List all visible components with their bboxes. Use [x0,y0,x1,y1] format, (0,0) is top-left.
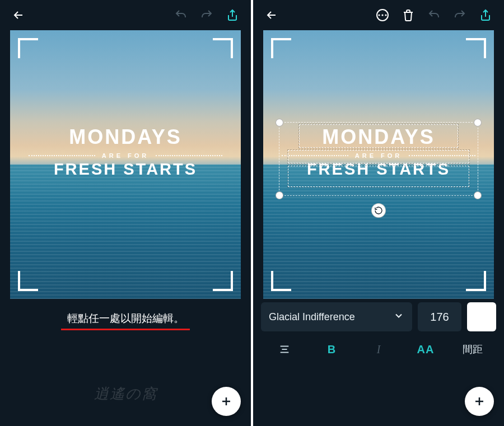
resize-handle[interactable] [276,191,283,199]
poster-line2: FRESH STARTS [29,160,222,179]
more-button[interactable] [372,4,393,26]
font-size-input[interactable]: 176 [418,302,461,331]
back-button[interactable] [261,4,282,26]
hint-text: 輕點任一處以開始編輯。 [67,311,184,326]
delete-button[interactable] [398,4,419,26]
undo-button[interactable] [170,4,192,26]
rotate-handle[interactable] [371,203,386,218]
add-button[interactable] [212,387,241,416]
redo-button[interactable] [449,4,470,26]
share-button[interactable] [475,4,496,26]
share-button[interactable] [222,4,243,26]
font-family-selector[interactable]: Glacial Indifference [261,302,412,331]
undo-button[interactable] [423,4,445,26]
resize-handle[interactable] [474,119,482,127]
canvas-area[interactable]: MONDAYS ARE FOR FRESH STARTS [253,30,504,302]
add-button[interactable] [465,387,494,416]
top-bar [253,0,504,30]
text-selection-inner [299,124,458,148]
resize-handle[interactable] [474,191,482,199]
text-selection-inner [288,166,469,187]
canvas-area[interactable]: MONDAYS ARE FOR FRESH STARTS [0,30,251,302]
font-size-value: 176 [430,311,449,324]
annotation-underline [61,329,190,330]
redo-button[interactable] [196,4,217,26]
svg-point-1 [381,14,383,16]
resize-handle[interactable] [276,119,283,127]
italic-button[interactable]: I [355,336,402,363]
editor-screen-initial: MONDAYS ARE FOR FRESH STARTS 輕點任一處以開始編輯。… [0,0,251,426]
font-name-label: Glacial Indifference [269,311,355,323]
top-bar [0,0,251,30]
bold-button[interactable]: B [308,336,355,363]
text-selection-inner [288,150,469,163]
poster-canvas[interactable]: MONDAYS ARE FOR FRESH STARTS [263,30,494,299]
svg-point-0 [378,14,380,16]
chevron-down-icon [393,310,404,324]
text-color-swatch[interactable] [467,302,496,331]
text-format-panel: Glacial Indifference 176 B I AA [253,302,504,367]
spacing-button[interactable]: 間距 [449,336,496,363]
start-editing-hint: 輕點任一處以開始編輯。 [0,302,251,335]
align-button[interactable] [261,336,308,363]
back-button[interactable] [8,4,29,26]
poster-text-block[interactable]: MONDAYS ARE FOR FRESH STARTS [29,125,222,179]
poster-subhead: ARE FOR [102,152,150,159]
svg-point-2 [385,14,386,16]
uppercase-button[interactable]: AA [402,336,449,363]
poster-headline: MONDAYS [29,125,222,149]
editor-screen-text-selected: MONDAYS ARE FOR FRESH STARTS [253,0,504,426]
poster-canvas[interactable]: MONDAYS ARE FOR FRESH STARTS [10,30,241,299]
